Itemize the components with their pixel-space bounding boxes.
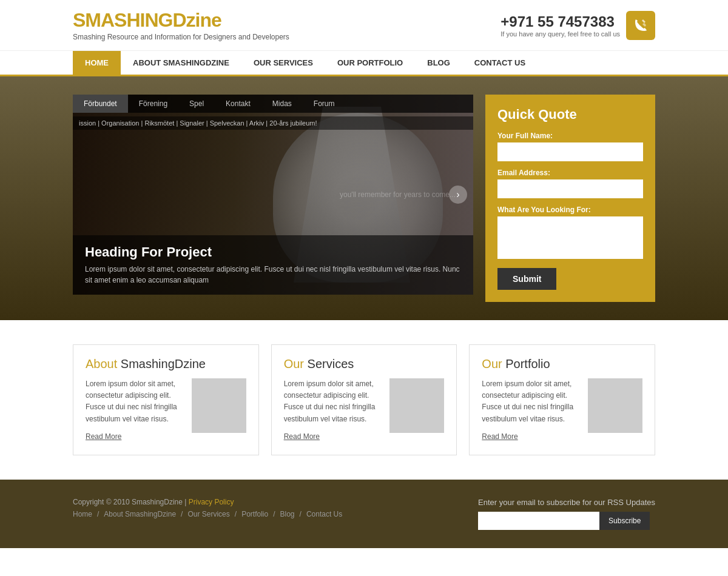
footer: Copyright © 2010 SmashingDzine | Privacy… <box>0 480 728 548</box>
feature-services-text: Lorem ipsum dolor sit amet, consectetur … <box>284 378 381 443</box>
footer-copyright: Copyright © 2010 SmashingDzine | Privacy… <box>73 498 342 506</box>
feature-portfolio-title-colored: Our <box>482 357 502 370</box>
feature-about-desc: Lorem ipsum dolor sit amet, consectetur … <box>86 378 183 425</box>
contact-area: +971 55 7457383 If you have any query, f… <box>500 11 655 40</box>
feature-portfolio-readmore[interactable]: Read More <box>482 431 517 443</box>
slider-nav-kontakt[interactable]: Kontakt <box>215 95 261 113</box>
feature-about-content: Lorem ipsum dolor sit amet, consectetur … <box>86 378 246 443</box>
footer-right: Enter your email to subscribe for our RS… <box>478 498 655 530</box>
slider-nav-förbundet[interactable]: Förbundet <box>73 95 128 113</box>
qq-looking-label: What Are You Looking For: <box>497 206 643 214</box>
feature-about-title-plain: SmashingDzine <box>117 357 206 370</box>
feature-portfolio-thumbnail <box>588 378 642 433</box>
logo-tagline: Smashing Resource and Information for De… <box>73 33 289 41</box>
logo-bold: SMASHING <box>73 9 172 31</box>
phone-subtext: If you have any query, feel free to call… <box>500 30 620 38</box>
slider-nav-forum[interactable]: Forum <box>303 95 346 113</box>
slider-nav-spel[interactable]: Spel <box>178 95 215 113</box>
qq-name-input[interactable] <box>497 142 643 161</box>
slider-subnav: ission | Organisation | Riksmötet | Sign… <box>73 116 473 130</box>
slider-arrow-right[interactable]: › <box>449 186 467 204</box>
feature-portfolio-title-plain: Portfolio <box>502 357 550 370</box>
feature-portfolio-desc: Lorem ipsum dolor sit amet, consectetur … <box>482 378 579 425</box>
footer-link-contact[interactable]: Contact Us <box>306 510 342 518</box>
feature-services-readmore[interactable]: Read More <box>284 431 320 443</box>
slider-desc: Lorem ipsum dolor sit amet, consectetur … <box>85 264 461 286</box>
rss-form: Subscribe <box>478 512 655 530</box>
feature-services-content: Lorem ipsum dolor sit amet, consectetur … <box>284 378 445 443</box>
navbar: HOME ABOUT SMASHINGDZINE OUR SERVICES OU… <box>0 51 728 76</box>
footer-link-services[interactable]: Our Services <box>187 510 229 518</box>
logo-area: SMASHINGDzine Smashing Resource and Info… <box>73 9 289 41</box>
slider-image: Förbundet Förening Spel Kontakt Midas Fo… <box>73 95 473 295</box>
logo-colored: Dzine <box>172 9 221 31</box>
footer-privacy-link[interactable]: Privacy Policy <box>189 498 234 506</box>
feature-services-thumbnail <box>389 378 444 433</box>
logo[interactable]: SMASHINGDzine <box>73 9 289 32</box>
quick-quote-title: Quick Quote <box>497 107 643 122</box>
nav-blog[interactable]: BLOG <box>415 51 462 75</box>
submit-button[interactable]: Submit <box>497 268 556 290</box>
phone-number: +971 55 7457383 <box>500 13 620 30</box>
feature-services-title-plain: Services <box>304 357 354 370</box>
feature-portfolio-text: Lorem ipsum dolor sit amet, consectetur … <box>482 378 579 443</box>
footer-link-about[interactable]: About SmashingDzine <box>104 510 176 518</box>
nav-services[interactable]: OUR SERVICES <box>241 51 325 75</box>
rss-label: Enter your email to subscribe for our RS… <box>478 498 655 507</box>
qq-name-label: Your Full Name: <box>497 132 643 140</box>
slider-nav-bar: Förbundet Förening Spel Kontakt Midas Fo… <box>73 95 473 113</box>
feature-about: About SmashingDzine Lorem ipsum dolor si… <box>73 344 259 455</box>
feature-about-text: Lorem ipsum dolor sit amet, consectetur … <box>86 378 183 443</box>
slider-caption: Heading For Project Lorem ipsum dolor si… <box>73 235 473 295</box>
feature-portfolio-content: Lorem ipsum dolor sit amet, consectetur … <box>482 378 642 443</box>
qq-email-label: Email Address: <box>497 169 643 177</box>
footer-link-home[interactable]: Home <box>73 510 92 518</box>
rss-subscribe-button[interactable]: Subscribe <box>599 512 650 530</box>
feature-about-thumbnail <box>192 378 246 433</box>
feature-portfolio: Our Portfolio Lorem ipsum dolor sit amet… <box>469 344 655 455</box>
phone-details: +971 55 7457383 If you have any query, f… <box>500 13 620 38</box>
footer-left: Copyright © 2010 SmashingDzine | Privacy… <box>73 498 342 518</box>
slider-nav-midas[interactable]: Midas <box>261 95 303 113</box>
slider-overlay-text: you'll remember for years to come... <box>340 189 461 200</box>
features-inner: About SmashingDzine Lorem ipsum dolor si… <box>73 344 655 455</box>
features-section: About SmashingDzine Lorem ipsum dolor si… <box>0 320 728 480</box>
nav-about[interactable]: ABOUT SMASHINGDZINE <box>121 51 241 75</box>
slider: Förbundet Förening Spel Kontakt Midas Fo… <box>73 95 473 302</box>
nav-contact[interactable]: CONTACT US <box>462 51 538 75</box>
phone-icon <box>626 11 655 40</box>
feature-about-title-colored: About <box>86 357 117 370</box>
quick-quote-panel: Quick Quote Your Full Name: Email Addres… <box>485 95 655 302</box>
feature-services-desc: Lorem ipsum dolor sit amet, consectetur … <box>284 378 381 425</box>
footer-copyright-text: Copyright © 2010 SmashingDzine | <box>73 498 189 506</box>
rss-email-input[interactable] <box>478 512 599 530</box>
footer-links: Home / About SmashingDzine / Our Service… <box>73 510 342 518</box>
footer-link-blog[interactable]: Blog <box>280 510 295 518</box>
feature-portfolio-title: Our Portfolio <box>482 357 642 371</box>
slider-heading: Heading For Project <box>85 244 461 260</box>
qq-email-input[interactable] <box>497 179 643 198</box>
feature-about-readmore[interactable]: Read More <box>86 431 121 443</box>
nav-home[interactable]: HOME <box>73 51 121 75</box>
hero-inner: Förbundet Förening Spel Kontakt Midas Fo… <box>73 95 655 302</box>
feature-services-title-colored: Our <box>284 357 304 370</box>
nav-portfolio[interactable]: OUR PORTFOLIO <box>325 51 415 75</box>
feature-services: Our Services Lorem ipsum dolor sit amet,… <box>271 344 457 455</box>
feature-services-title: Our Services <box>284 357 445 371</box>
slider-nav-förening[interactable]: Förening <box>128 95 178 113</box>
footer-link-portfolio[interactable]: Portfolio <box>241 510 268 518</box>
hero-section: Förbundet Förening Spel Kontakt Midas Fo… <box>0 76 728 320</box>
header: SMASHINGDzine Smashing Resource and Info… <box>0 0 728 51</box>
feature-about-title: About SmashingDzine <box>86 357 246 371</box>
qq-looking-textarea[interactable] <box>497 216 643 259</box>
